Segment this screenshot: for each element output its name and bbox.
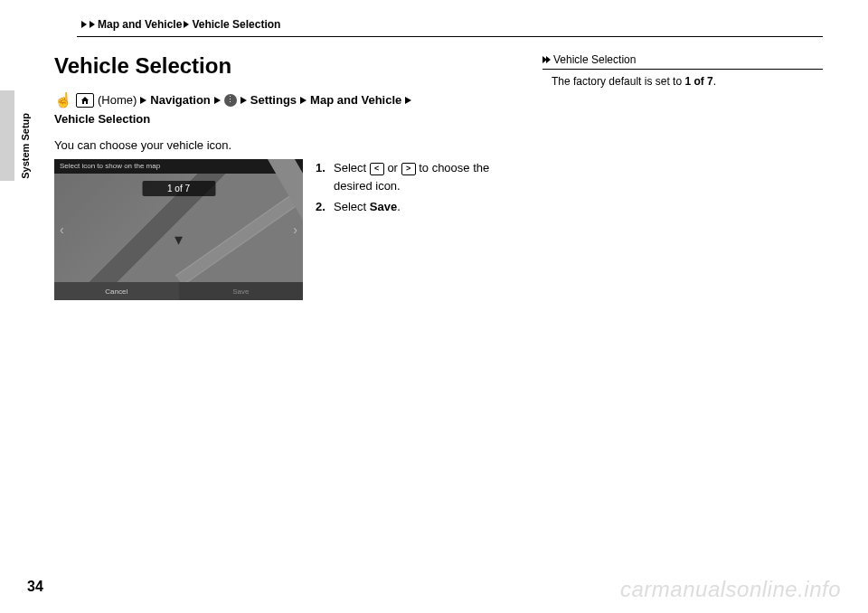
path-home-label: (Home) (98, 93, 137, 107)
step-text: . (397, 200, 401, 213)
chevron-right-icon (300, 97, 307, 104)
watermark: carmanualsonline.info (620, 577, 841, 602)
step-text: or (387, 161, 401, 174)
page-title: Vehicle Selection (54, 53, 506, 79)
chevron-right-icon (405, 97, 411, 104)
side-tab-highlight (0, 90, 14, 181)
step-text: Select (334, 200, 370, 213)
vehicle-pointer-icon: ▾ (175, 230, 183, 250)
instructions: 1. Select < or > to choose the desired i… (316, 159, 506, 220)
sidebar-text: . (713, 75, 716, 88)
sidebar-body: The factory default is set to 1 of 7. (542, 75, 823, 88)
step-text-bold: Save (370, 200, 397, 213)
screenshot-preview: Select icon to show on the map 1 of 7 ‹ … (54, 159, 303, 300)
chevron-right-icon (140, 97, 146, 104)
chevron-right-icon (81, 21, 87, 28)
left-key-icon: < (370, 163, 384, 175)
breadcrumb-level-1: Map and Vehicle (98, 18, 182, 31)
finger-icon: ☝ (54, 91, 72, 108)
sidebar-header: Vehicle Selection (542, 53, 823, 70)
sidebar-text: The factory default is set to (552, 75, 684, 88)
menu-dots-icon: ⋮ (224, 94, 237, 107)
path-navigation: Navigation (150, 93, 210, 107)
save-button: Save (179, 282, 304, 300)
chevron-right-icon (214, 97, 221, 104)
right-key-icon: > (401, 163, 416, 175)
chevron-right-icon (184, 21, 189, 28)
chevron-right-icon (241, 97, 247, 104)
screenshot-topbar: Select icon to show on the map (54, 159, 303, 174)
screenshot-counter: 1 of 7 (142, 181, 215, 196)
step-number: 1. (316, 159, 330, 194)
step-text: Select (334, 161, 370, 174)
double-chevron-icon (542, 56, 550, 63)
path-settings: Settings (250, 93, 297, 107)
navigation-path: ☝ (Home) Navigation ⋮ Settings Map and V… (54, 91, 506, 126)
path-vehicle-selection: Vehicle Selection (54, 112, 150, 126)
next-icon: › (293, 222, 297, 237)
step-number: 2. (316, 198, 330, 216)
breadcrumb-level-2: Vehicle Selection (192, 18, 280, 31)
cancel-button: Cancel (54, 282, 179, 300)
description-text: You can choose your vehicle icon. (54, 138, 506, 152)
sidebar-title: Vehicle Selection (553, 53, 636, 66)
path-map-vehicle: Map and Vehicle (310, 93, 401, 107)
sidebar-text-bold: 1 of 7 (684, 75, 712, 88)
page-number: 34 (27, 579, 43, 595)
header-divider (77, 36, 823, 37)
chevron-right-icon (90, 21, 95, 28)
home-icon (76, 93, 94, 108)
breadcrumb: Map and Vehicle Vehicle Selection (81, 18, 823, 31)
prev-icon: ‹ (60, 222, 64, 237)
side-tab-label: System Setup (20, 113, 31, 179)
